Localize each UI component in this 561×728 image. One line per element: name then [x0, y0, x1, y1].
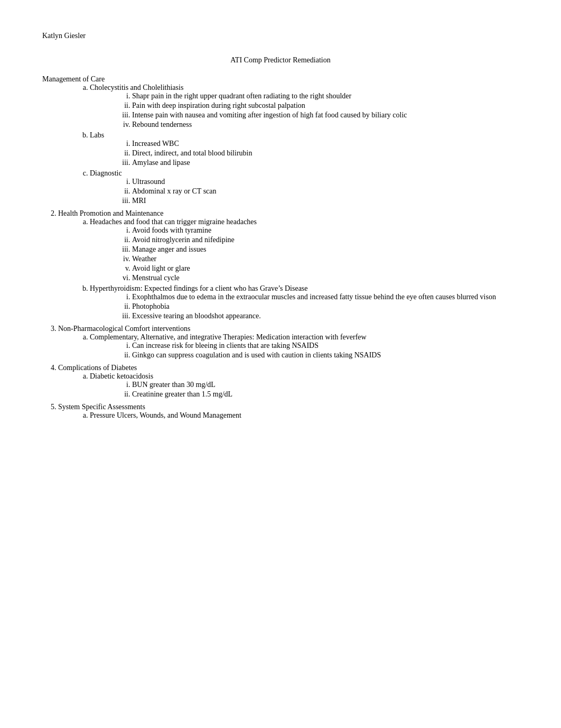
list-item: Diagnostic Ultrasound Abdominal x ray or… [90, 169, 519, 205]
alpha-list: Headaches and food that can trigger migr… [90, 218, 519, 320]
list-item: BUN greater than 30 mg/dL [132, 381, 519, 389]
list-item: Photophobia [132, 302, 519, 311]
list-item: Health Promotion and Maintenance Headach… [58, 209, 519, 320]
unnumbered-section: Management of Care Cholecystitis and Cho… [42, 75, 519, 205]
unnumbered-heading: Management of Care [42, 75, 105, 83]
list-item: Ginkgo can suppress coagulation and is u… [132, 351, 519, 360]
roman-list: Avoid foods with tyramine Avoid nitrogly… [132, 226, 519, 282]
roman-list: Ultrasound Abdominal x ray or CT scan MR… [132, 178, 519, 205]
list-item: Avoid foods with tyramine [132, 226, 519, 235]
main-numbered-list: Health Promotion and Maintenance Headach… [58, 209, 519, 420]
document-title: ATI Comp Predictor Remediation [42, 56, 519, 64]
alpha-list: Pressure Ulcers, Wounds, and Wound Manag… [90, 411, 519, 420]
list-item: Diabetic ketoacidosis BUN greater than 3… [90, 372, 519, 399]
list-item: Ultrasound [132, 178, 519, 186]
list-item: Avoid light or glare [132, 264, 519, 273]
list-item: Exophthalmos due to edema in the extraoc… [132, 293, 519, 301]
list-item: Intense pain with nausea and vomiting af… [132, 111, 519, 119]
list-item: Abdominal x ray or CT scan [132, 187, 519, 196]
unnumbered-alpha-list: Cholecystitis and Cholelithiasis Shapr p… [90, 84, 519, 205]
list-item: Can increase risk for bleeing in clients… [132, 342, 519, 350]
list-item: Pain with deep inspiration during right … [132, 102, 519, 110]
list-item: Non-Pharmacological Comfort intervention… [58, 325, 519, 360]
roman-list: Exophthalmos due to edema in the extraoc… [132, 293, 519, 320]
list-item: Complementary, Alternative, and integrat… [90, 333, 519, 360]
list-item: Cholecystitis and Cholelithiasis Shapr p… [90, 84, 519, 129]
alpha-list: Complementary, Alternative, and integrat… [90, 333, 519, 360]
roman-list: Increased WBC Direct, indirect, and tota… [132, 140, 519, 167]
list-item: Rebound tenderness [132, 121, 519, 129]
author-name: Katlyn Giesler [42, 32, 519, 40]
list-item: Labs Increased WBC Direct, indirect, and… [90, 131, 519, 167]
list-item: Hyperthyroidism: Expected findings for a… [90, 284, 519, 320]
list-item: Complications of Diabetes Diabetic ketoa… [58, 364, 519, 399]
list-item: Manage anger and issues [132, 245, 519, 254]
list-item: Weather [132, 255, 519, 263]
list-item: Amylase and lipase [132, 159, 519, 167]
list-item: Excessive tearing an bloodshot appearanc… [132, 312, 519, 320]
roman-list: Can increase risk for bleeing in clients… [132, 342, 519, 360]
list-item: System Specific Assessments Pressure Ulc… [58, 403, 519, 420]
list-item: Pressure Ulcers, Wounds, and Wound Manag… [90, 411, 519, 420]
roman-list: BUN greater than 30 mg/dL Creatinine gre… [132, 381, 519, 399]
list-item: Menstrual cycle [132, 274, 519, 282]
list-item: Avoid nitroglycerin and nifedipine [132, 236, 519, 244]
list-item: Increased WBC [132, 140, 519, 148]
list-item: Shapr pain in the right upper quadrant o… [132, 92, 519, 100]
roman-list: Shapr pain in the right upper quadrant o… [132, 92, 519, 129]
alpha-list: Diabetic ketoacidosis BUN greater than 3… [90, 372, 519, 399]
list-item: MRI [132, 197, 519, 205]
list-item: Direct, indirect, and total blood biliru… [132, 149, 519, 158]
list-item: Creatinine greater than 1.5 mg/dL [132, 390, 519, 399]
list-item: Headaches and food that can trigger migr… [90, 218, 519, 282]
